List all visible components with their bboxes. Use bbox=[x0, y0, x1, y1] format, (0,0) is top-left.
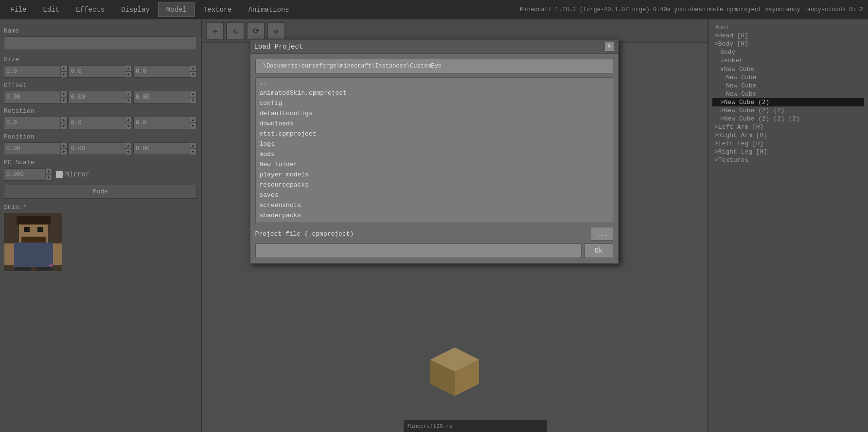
project-file-label: Project file (.cpmproject) bbox=[255, 230, 354, 238]
modal-titlebar: Load Project X bbox=[250, 40, 618, 54]
browse-button[interactable]: ... bbox=[591, 227, 613, 241]
modal-overlay: Load Project X ..animatedSkin.cpmproject… bbox=[0, 0, 868, 432]
file-item[interactable]: defaultconfigs bbox=[256, 108, 613, 119]
file-item[interactable]: player_models bbox=[256, 170, 613, 180]
file-item[interactable]: downloads bbox=[256, 119, 613, 129]
path-input[interactable] bbox=[255, 59, 613, 73]
file-item[interactable]: screenshots bbox=[256, 200, 613, 210]
file-item[interactable]: saves bbox=[256, 190, 613, 200]
file-list[interactable]: ..animatedSkin.cpmprojectconfigdefaultco… bbox=[255, 77, 613, 223]
file-item[interactable]: .. bbox=[256, 78, 613, 88]
file-item[interactable]: shaderpacks bbox=[256, 210, 613, 221]
ok-row: Ok bbox=[255, 243, 613, 258]
file-item[interactable]: logs bbox=[256, 139, 613, 149]
file-item[interactable]: mods bbox=[256, 149, 613, 159]
modal-close-button[interactable]: X bbox=[604, 42, 614, 52]
project-file-row: Project file (.cpmproject) ... bbox=[255, 227, 613, 241]
file-item[interactable]: animatedSkin.cpmproject bbox=[256, 88, 613, 98]
file-item[interactable]: config bbox=[256, 98, 613, 108]
modal-body: ..animatedSkin.cpmprojectconfigdefaultco… bbox=[250, 54, 618, 263]
file-item[interactable]: etst.cpmproject bbox=[256, 129, 613, 139]
filename-input[interactable] bbox=[255, 243, 582, 258]
file-item[interactable]: resourcepacks bbox=[256, 180, 613, 190]
modal-title: Load Project bbox=[254, 43, 303, 51]
ok-button[interactable]: Ok bbox=[585, 243, 613, 258]
file-item[interactable]: New folder bbox=[256, 159, 613, 170]
load-project-modal: Load Project X ..animatedSkin.cpmproject… bbox=[249, 39, 619, 264]
